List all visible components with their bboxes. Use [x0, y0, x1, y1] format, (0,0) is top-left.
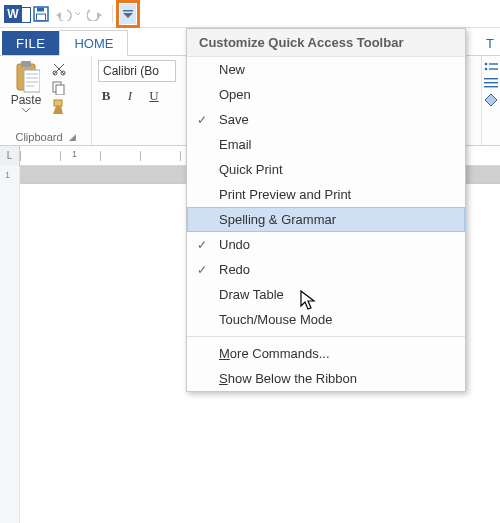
- menu-item-show-below-ribbon[interactable]: Show Below the Ribbon: [187, 366, 465, 391]
- underline-button[interactable]: U: [146, 88, 162, 104]
- bold-button[interactable]: B: [98, 88, 114, 104]
- customize-qat-dropdown[interactable]: [116, 0, 140, 28]
- copy-icon: [52, 81, 66, 95]
- word-logo-icon: W: [4, 5, 22, 23]
- vertical-ruler[interactable]: 1: [0, 166, 20, 523]
- menu-item-more-commands[interactable]: More Commands...: [187, 341, 465, 366]
- bar-icon: [123, 9, 133, 12]
- svg-rect-6: [24, 70, 40, 92]
- paste-icon: [12, 60, 40, 92]
- menu-item-label: New: [219, 62, 245, 77]
- chevron-down-icon: [75, 11, 80, 17]
- group-clipboard: Paste Clipboard ◢: [0, 56, 92, 145]
- tab-selector[interactable]: L: [0, 146, 20, 166]
- menu-title: Customize Quick Access Toolbar: [187, 29, 465, 57]
- scissors-icon: [52, 62, 66, 76]
- chevron-down-icon: [22, 108, 30, 113]
- menu-item-touch-mouse[interactable]: Touch/Mouse Mode: [187, 307, 465, 332]
- italic-button[interactable]: I: [122, 88, 138, 104]
- svg-rect-3: [123, 10, 133, 12]
- check-icon: ✓: [193, 238, 211, 252]
- menu-item-label: Redo: [219, 262, 250, 277]
- paste-label: Paste: [11, 93, 42, 107]
- menu-item-label: Open: [219, 87, 251, 102]
- menu-item-redo[interactable]: ✓ Redo: [187, 257, 465, 282]
- menu-item-undo[interactable]: ✓ Undo: [187, 232, 465, 257]
- undo-button[interactable]: [56, 3, 80, 25]
- svg-rect-11: [54, 100, 62, 106]
- dialog-launcher-icon[interactable]: ◢: [69, 132, 76, 142]
- chevron-down-icon: [123, 13, 133, 19]
- ruler-number: 1: [72, 149, 77, 159]
- menu-item-spelling-grammar[interactable]: Spelling & Grammar: [187, 207, 465, 232]
- svg-rect-5: [21, 61, 31, 67]
- svg-point-12: [485, 63, 488, 66]
- separator: [112, 5, 113, 23]
- menu-item-label: Save: [219, 112, 249, 127]
- menu-item-label: Touch/Mouse Mode: [219, 312, 332, 327]
- menu-item-new[interactable]: New: [187, 57, 465, 82]
- tab-file[interactable]: FILE: [2, 31, 59, 55]
- menu-item-label: Email: [219, 137, 252, 152]
- svg-point-14: [485, 68, 488, 71]
- svg-rect-15: [489, 68, 498, 69]
- menu-item-label: Spelling & Grammar: [219, 212, 336, 227]
- redo-button[interactable]: [83, 3, 107, 25]
- customize-qat-menu: Customize Quick Access Toolbar New Open …: [186, 28, 466, 392]
- menu-item-save[interactable]: ✓ Save: [187, 107, 465, 132]
- check-icon: ✓: [193, 263, 211, 277]
- redo-icon: [87, 7, 103, 21]
- shading-icon[interactable]: [484, 94, 498, 106]
- align-icon[interactable]: [484, 78, 498, 88]
- save-icon: [33, 6, 49, 22]
- brush-icon: [51, 99, 67, 115]
- font-name-combobox[interactable]: Calibri (Bo: [98, 60, 176, 82]
- tab-partial[interactable]: T: [472, 31, 500, 55]
- group-paragraph-fragment: [482, 56, 500, 145]
- svg-rect-13: [489, 63, 498, 64]
- copy-button[interactable]: [50, 79, 68, 96]
- format-painter-button[interactable]: [50, 98, 68, 115]
- menu-item-label: More Commands...: [219, 346, 330, 361]
- menu-item-label: Undo: [219, 237, 250, 252]
- svg-rect-17: [484, 82, 498, 83]
- menu-item-label: Draw Table: [219, 287, 284, 302]
- check-icon: ✓: [193, 113, 211, 127]
- undo-icon: [56, 7, 74, 21]
- save-button[interactable]: [29, 3, 53, 25]
- menu-item-draw-table[interactable]: Draw Table: [187, 282, 465, 307]
- svg-rect-1: [37, 7, 44, 11]
- menu-item-label: Show Below the Ribbon: [219, 371, 357, 386]
- menu-separator: [187, 336, 465, 337]
- svg-rect-2: [37, 14, 46, 21]
- menu-item-open[interactable]: Open: [187, 82, 465, 107]
- svg-rect-10: [56, 85, 64, 95]
- tab-home[interactable]: HOME: [59, 30, 128, 56]
- menu-item-email[interactable]: Email: [187, 132, 465, 157]
- svg-rect-18: [484, 86, 498, 87]
- quick-access-toolbar: W: [0, 0, 500, 28]
- group-label-clipboard: Clipboard: [15, 131, 62, 143]
- cut-button[interactable]: [50, 60, 68, 77]
- paste-button[interactable]: Paste: [6, 60, 46, 115]
- bullets-icon[interactable]: [484, 62, 498, 72]
- svg-rect-16: [484, 78, 498, 79]
- menu-item-label: Print Preview and Print: [219, 187, 351, 202]
- menu-item-quick-print[interactable]: Quick Print: [187, 157, 465, 182]
- menu-item-print-preview[interactable]: Print Preview and Print: [187, 182, 465, 207]
- menu-item-label: Quick Print: [219, 162, 283, 177]
